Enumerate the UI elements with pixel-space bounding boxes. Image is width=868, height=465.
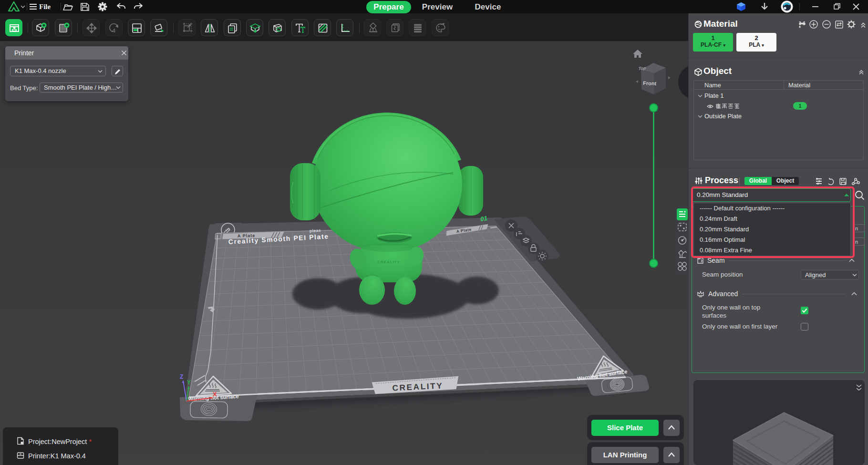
svg-text:Top: Top [638, 65, 647, 71]
svg-text:pleas: pleas [310, 228, 321, 233]
svg-text:CREALITY: CREALITY [377, 260, 400, 264]
svg-text:Front: Front [643, 80, 657, 86]
svg-text:01: 01 [480, 215, 488, 223]
svg-text:Z: Z [180, 373, 183, 380]
svg-text:File: File [39, 3, 51, 10]
svg-text:X: X [213, 391, 217, 398]
svg-text:Y: Y [187, 379, 191, 386]
